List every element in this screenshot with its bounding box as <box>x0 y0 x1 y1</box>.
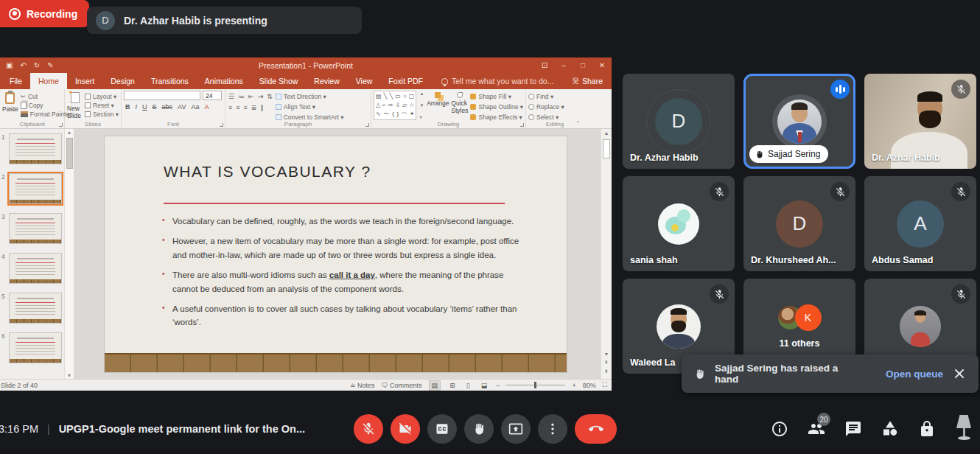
slides-layout[interactable]: Layout ▾ <box>85 93 119 100</box>
close-icon[interactable] <box>952 366 967 381</box>
editing-find[interactable]: Find ▾ <box>528 93 564 100</box>
ppt-tab-view[interactable]: View <box>348 73 381 89</box>
slide-thumbnail-5[interactable]: 5 <box>1 293 74 324</box>
cut-button[interactable]: ✂Cut <box>21 93 71 100</box>
participant-tile-dr-azhar-habib[interactable]: DDr. Azhar Habib <box>623 74 735 169</box>
close-icon[interactable]: ✕ <box>592 61 612 69</box>
dialog-launcher-icon[interactable] <box>220 123 223 127</box>
increase-indent-icon[interactable]: ⇥ <box>257 93 265 100</box>
thumbnail-preview[interactable] <box>9 332 62 363</box>
zoom-out-icon[interactable]: − <box>496 382 500 389</box>
font-button-b-0[interactable]: B <box>124 103 132 111</box>
present-button[interactable] <box>501 414 531 444</box>
shape-icon[interactable]: △ <box>376 102 380 109</box>
scrollbar-thumb[interactable] <box>66 138 73 169</box>
fit-slide-icon[interactable]: ⛶ <box>603 381 607 389</box>
camera-off-button[interactable] <box>391 414 420 444</box>
editing-replace[interactable]: Replace ▾ <box>528 103 564 111</box>
shape-icon[interactable]: ▢ <box>409 94 415 100</box>
show-everyone-button[interactable]: 20 <box>808 420 825 438</box>
copy-button[interactable]: Copy <box>21 102 71 109</box>
ppt-tab-insert[interactable]: Insert <box>67 73 102 89</box>
slide-thumbnail-4[interactable]: 4 <box>1 253 74 284</box>
ppt-tab-home[interactable]: Home <box>30 73 67 89</box>
ppt-tab-review[interactable]: Review <box>306 73 347 89</box>
leave-call-button[interactable] <box>575 414 617 444</box>
scroll-up-icon[interactable]: ▲ <box>601 130 612 136</box>
shape-icon[interactable]: ○ <box>403 94 407 100</box>
meeting-details-button[interactable] <box>771 420 788 438</box>
zoom-slider[interactable] <box>506 385 565 385</box>
font-button-av-5[interactable]: AV <box>176 103 187 111</box>
scroll-up-icon[interactable]: ▲ <box>65 130 74 135</box>
font-button-i-1[interactable]: I <box>134 103 139 111</box>
participant-tile-dr-azhar-habib[interactable]: Dr. Azhar Habib <box>864 74 976 169</box>
mic-muted-button[interactable] <box>354 414 383 444</box>
zoom-in-icon[interactable]: + <box>572 382 575 389</box>
shape-gallery[interactable]: ▤╲╲▭○▢△⌐⇨⇩▱☆∿〜{}◠✶ <box>374 91 416 120</box>
comments-button[interactable]: 🗨 Comments <box>382 382 422 389</box>
slideshow-icon[interactable]: ⬓ <box>479 381 490 390</box>
shape-icon[interactable]: } <box>397 111 399 118</box>
open-queue-link[interactable]: Open queue <box>886 369 943 380</box>
slide-thumbnail-6[interactable]: 6 <box>1 332 74 363</box>
shape-icon[interactable]: ⇩ <box>395 102 400 109</box>
paragraph-convert-to-smartart[interactable]: Convert to SmartArt ▾ <box>276 114 344 121</box>
thumbnail-preview[interactable] <box>9 173 62 204</box>
shape-icon[interactable]: ☆ <box>409 102 414 109</box>
more-options-button[interactable] <box>538 414 567 444</box>
line-spacing-icon[interactable]: ⇅ <box>266 93 273 100</box>
quick-styles-button[interactable]: Quick Styles <box>451 91 468 120</box>
slide-thumbnail-2[interactable]: 2 <box>1 173 74 204</box>
ppt-tab-animations[interactable]: Animations <box>197 73 251 89</box>
ppt-tab-design[interactable]: Design <box>102 73 143 89</box>
normal-view-icon[interactable]: ▤ <box>429 380 441 391</box>
font-button-aa-6[interactable]: Aa <box>189 103 200 111</box>
slide-thumbnail-3[interactable]: 3 <box>1 213 74 244</box>
chat-button[interactable] <box>844 420 862 438</box>
raise-hand-button[interactable] <box>464 414 494 444</box>
shape-icon[interactable]: ◠ <box>402 111 407 118</box>
participant-tile-abdus-samad[interactable]: AAbdus Samad <box>864 176 976 271</box>
format-painter-button[interactable]: Format Painter <box>21 111 71 118</box>
ribbon-options-icon[interactable]: ⊡ <box>535 61 554 69</box>
new-slide-button[interactable]: New Slide <box>67 91 83 120</box>
ppt-share-button[interactable]: 웃 Share <box>563 73 612 89</box>
paste-button[interactable]: Paste <box>2 91 18 120</box>
shape-icon[interactable]: 〜 <box>383 111 389 118</box>
font-button-s-3[interactable]: S <box>151 103 158 111</box>
editing-select[interactable]: Select ▾ <box>528 114 564 121</box>
scroll-down-icon[interactable]: ▼ <box>601 352 612 357</box>
decrease-indent-icon[interactable]: ⇤ <box>248 93 255 100</box>
font-size-input[interactable]: 24 <box>203 91 222 100</box>
thumbnail-preview[interactable] <box>9 253 62 284</box>
shape-icon[interactable]: ⇨ <box>388 102 393 109</box>
participant-tile-sajjad-sering[interactable]: Sajjad Sering <box>743 74 855 169</box>
activities-button[interactable] <box>881 420 899 438</box>
thumbnail-preview[interactable] <box>9 133 62 164</box>
captions-button[interactable] <box>427 414 457 444</box>
shape-icon[interactable]: ∿ <box>376 111 381 118</box>
participant-tile-sania-shah[interactable]: sania shah <box>623 176 735 271</box>
previous-slide-icon[interactable]: ⇞ <box>601 360 612 366</box>
ppt-tab-foxit-pdf[interactable]: Foxit PDF <box>380 73 431 89</box>
slide-sorter-icon[interactable]: ⊞ <box>447 381 458 390</box>
shape-icon[interactable]: ✶ <box>410 111 415 118</box>
dialog-launcher-icon[interactable] <box>59 123 63 127</box>
participant-tile-dr-khursheed-ah[interactable]: DDr. Khursheed Ah... <box>743 176 855 271</box>
host-controls-button[interactable] <box>918 420 936 438</box>
thumbnail-preview[interactable] <box>9 293 62 324</box>
scroll-down-icon[interactable]: ▼ <box>65 373 74 378</box>
paragraph-align-text[interactable]: Align Text ▾ <box>276 103 344 111</box>
thumbnail-preview[interactable] <box>9 213 62 244</box>
thumbnail-scrollbar[interactable]: ▲ ▼ <box>64 129 74 379</box>
numbered-list-icon[interactable]: ≔ <box>237 93 245 100</box>
collapse-ribbon-icon[interactable]: ⌃ <box>575 120 581 127</box>
reading-view-icon[interactable]: ▯ <box>464 381 472 390</box>
slide-scrollbar[interactable]: ▲ ▼ ⇞ ⇟ <box>601 129 612 379</box>
columns-icon[interactable]: ∥ <box>259 104 265 111</box>
ppt-tab-slide-show[interactable]: Slide Show <box>251 73 307 89</box>
justify-icon[interactable]: ≣ <box>251 104 258 111</box>
drawing-shape-outline[interactable]: Shape Outline ▾ <box>470 103 523 111</box>
slide-canvas[interactable]: WHAT IS VOCABULARY ? Vocabulary can be d… <box>105 136 567 372</box>
